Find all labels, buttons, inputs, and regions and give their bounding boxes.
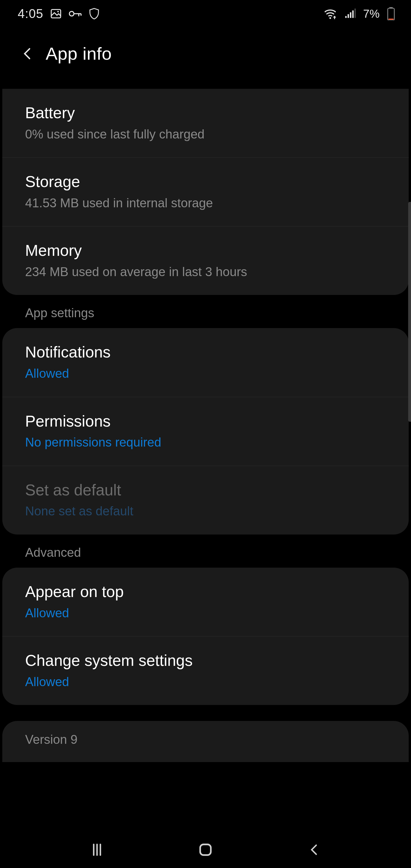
- row-set-default: Set as default None set as default: [2, 466, 409, 534]
- svg-rect-5: [348, 14, 349, 18]
- app-bar: App info: [0, 27, 411, 89]
- row-memory[interactable]: Memory 234 MB used on average in last 3 …: [2, 226, 409, 295]
- row-label: Storage: [25, 172, 386, 192]
- back-button[interactable]: [19, 45, 36, 62]
- nav-back-button[interactable]: [300, 835, 328, 864]
- row-sub: 41.53 MB used in internal storage: [25, 194, 386, 211]
- row-sub: 0% used since last fully charged: [25, 126, 386, 143]
- app-settings-card: Notifications Allowed Permissions No per…: [2, 328, 409, 534]
- version-card[interactable]: Version 9: [2, 721, 409, 762]
- svg-rect-6: [350, 12, 351, 18]
- svg-point-2: [69, 11, 74, 16]
- svg-rect-4: [345, 16, 347, 18]
- row-storage[interactable]: Storage 41.53 MB used in internal storag…: [2, 157, 409, 226]
- row-sub: Allowed: [25, 365, 386, 382]
- row-label: Change system settings: [25, 651, 386, 671]
- nav-bar: [0, 832, 411, 868]
- page-title: App info: [46, 43, 112, 64]
- usage-card: Battery 0% used since last fully charged…: [2, 89, 409, 295]
- row-sub: Allowed: [25, 673, 386, 690]
- svg-rect-7: [352, 10, 354, 18]
- status-bar: 4:05: [0, 0, 411, 27]
- row-label: Permissions: [25, 411, 386, 431]
- row-sub: None set as default: [25, 502, 386, 519]
- advanced-card: Appear on top Allowed Change system sett…: [2, 568, 409, 705]
- scrollbar[interactable]: [408, 202, 411, 422]
- row-sub: Allowed: [25, 604, 386, 621]
- section-advanced: Advanced: [2, 534, 409, 568]
- row-label: Notifications: [25, 342, 386, 362]
- nav-home-button[interactable]: [191, 835, 220, 864]
- row-sub: 234 MB used on average in last 3 hours: [25, 263, 386, 280]
- svg-rect-8: [355, 8, 356, 18]
- signal-icon: [344, 8, 356, 19]
- status-battery-pct: 7%: [363, 7, 380, 20]
- row-permissions[interactable]: Permissions No permissions required: [2, 397, 409, 466]
- row-appear-on-top[interactable]: Appear on top Allowed: [2, 568, 409, 636]
- vpn-key-icon: [68, 9, 82, 18]
- svg-point-1: [57, 11, 59, 12]
- row-label: Battery: [25, 103, 386, 123]
- svg-point-3: [329, 17, 331, 19]
- status-time: 4:05: [18, 6, 43, 21]
- nav-recents-button[interactable]: [83, 835, 111, 864]
- wifi-icon: [324, 8, 337, 19]
- version-text: Version 9: [25, 733, 386, 747]
- row-change-system-settings[interactable]: Change system settings Allowed: [2, 636, 409, 705]
- row-label: Appear on top: [25, 582, 386, 601]
- row-label: Set as default: [25, 480, 386, 500]
- battery-icon: [387, 7, 395, 20]
- svg-rect-12: [200, 844, 211, 855]
- image-icon: [50, 7, 62, 20]
- row-label: Memory: [25, 241, 386, 260]
- row-notifications[interactable]: Notifications Allowed: [2, 328, 409, 397]
- svg-rect-11: [388, 19, 393, 20]
- section-app-settings: App settings: [2, 295, 409, 328]
- row-sub: No permissions required: [25, 434, 386, 451]
- svg-rect-10: [388, 8, 394, 20]
- shield-icon: [89, 7, 100, 20]
- row-battery[interactable]: Battery 0% used since last fully charged: [2, 89, 409, 157]
